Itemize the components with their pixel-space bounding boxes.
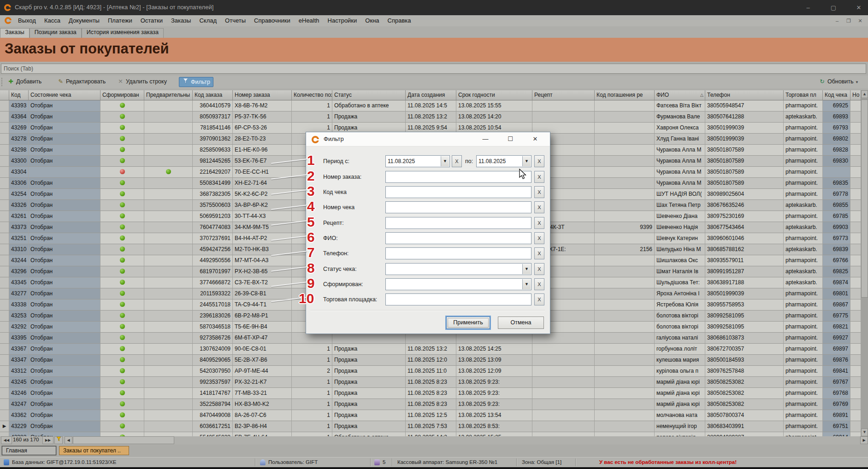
column-header-Код погашения ре[interactable]: Код погашения ре — [595, 90, 655, 100]
menu-item-Выход[interactable]: Выход — [14, 17, 40, 24]
chevron-down-icon[interactable]: ▼ — [522, 279, 531, 289]
clear-field-button-5[interactable]: X — [534, 217, 544, 229]
period-to-combo[interactable]: 11.08.2025▼ — [476, 155, 531, 167]
table-row[interactable]: 43312Отобран5420307950AP-9T-ME-442Продаж… — [0, 366, 861, 377]
period-from-combo[interactable]: 11.08.2025▼ — [385, 155, 450, 167]
clear-field-button-2[interactable]: X — [534, 171, 544, 183]
field-input-7[interactable] — [385, 247, 531, 259]
field-input-4[interactable] — [385, 201, 531, 213]
scroll-up-icon[interactable]: ▲ — [861, 90, 868, 98]
table-row[interactable]: 43245Отобран9923537597PX-32-21-K71Продаж… — [0, 377, 861, 388]
field-input-9[interactable]: ▼ — [385, 278, 531, 290]
chevron-down-icon[interactable]: ▼ — [522, 156, 531, 166]
column-header-Код[interactable]: Код — [9, 90, 29, 100]
menu-item-Касса[interactable]: Касса — [40, 17, 65, 24]
column-header-Номер заказа[interactable]: Номер заказа — [233, 90, 292, 100]
table-row[interactable]: 43362Отобран84704490088A-26-07-C61Продаж… — [0, 410, 861, 421]
clear-field-button-3[interactable]: X — [534, 186, 544, 198]
refresh-button[interactable]: ↻Обновить ▼ — [816, 77, 862, 86]
apply-button[interactable]: Применить — [446, 317, 490, 329]
column-header-Дата создания[interactable]: Дата создания — [406, 90, 456, 100]
clear-field-button-10[interactable]: X — [534, 293, 544, 305]
scroll-down-icon[interactable]: ▼ — [861, 428, 868, 436]
menu-item-Склад[interactable]: Склад — [195, 17, 221, 24]
window-minimize-icon[interactable]: – — [799, 3, 817, 13]
dialog-titlebar[interactable]: Фильтр — ☐ ✕ — [306, 132, 550, 147]
column-header-Торговая пл[interactable]: Торговая пл — [784, 90, 823, 100]
vertical-scrollbar[interactable]: ▲ ▼ — [861, 90, 868, 436]
clear-period-from-button[interactable]: X — [452, 155, 462, 167]
edit-button[interactable]: ✎Редактировать — [54, 77, 108, 86]
column-header-Телефон[interactable]: Телефон — [705, 90, 784, 100]
clear-period-to-button[interactable]: X — [534, 155, 544, 167]
column-header-ФИО[interactable]: ФИО△ — [655, 90, 705, 100]
clear-field-button-9[interactable]: X — [534, 278, 544, 290]
hscroll-right-icon[interactable]: ▶ — [860, 436, 868, 444]
dialog-minimize-icon[interactable]: — — [476, 133, 495, 145]
table-row[interactable]: 43395Отобран92735867266M-6T-XP-47галіусо… — [0, 333, 861, 344]
clear-field-button-4[interactable]: X — [534, 201, 544, 213]
clear-field-button-7[interactable]: X — [534, 247, 544, 259]
mdi-restore-icon[interactable]: ❐ — [843, 17, 855, 26]
menu-item-eHealth[interactable]: eHealth — [295, 17, 324, 24]
search-input[interactable]: Поиск (Tab) — [1, 64, 866, 74]
mdi-close-icon[interactable]: ✕ — [854, 17, 866, 26]
table-row[interactable]: 43246Отобран14181747677T-MB-33-211Продаж… — [0, 388, 861, 399]
field-input-5[interactable] — [385, 217, 531, 229]
clear-field-button-8[interactable]: X — [534, 263, 544, 275]
hscroll-left-icon[interactable]: ◀ — [65, 436, 72, 444]
column-header-Рецепт[interactable]: Рецепт — [532, 90, 595, 100]
table-row[interactable]: 43364Отобран8050937317P5-37-TK-561Продаж… — [0, 111, 861, 123]
window-tab-home[interactable]: Главная — [2, 446, 56, 455]
column-header-Код заказа[interactable]: Код заказа — [193, 90, 233, 100]
chevron-down-icon[interactable]: ▼ — [522, 264, 531, 274]
table-row[interactable]: ▶43229Отобран6036617251B2-3P-86-H41Прода… — [0, 421, 861, 432]
table-row[interactable]: 43393Отобран3604410579X8-6B-76-M21Обрабо… — [0, 100, 861, 111]
column-header-Состояние чека[interactable]: Состояние чека — [29, 90, 100, 100]
column-header-Количество пози[interactable]: Количество пози — [292, 90, 332, 100]
vertical-scroll-thumb[interactable] — [861, 100, 868, 298]
menu-item-Настройки[interactable]: Настройки — [324, 17, 361, 24]
chevron-down-icon[interactable]: ▼ — [441, 156, 449, 166]
column-header-Статус[interactable]: Статус — [332, 90, 406, 100]
field-input-6[interactable] — [385, 232, 531, 244]
pager-first-icon[interactable]: ◀◀ — [1, 436, 12, 444]
menu-item-Заказы[interactable]: Заказы — [167, 17, 195, 24]
filter-button[interactable]: Фильтр — [179, 77, 213, 87]
column-header-marker[interactable] — [0, 90, 9, 100]
hscroll-thumb[interactable] — [73, 436, 174, 444]
table-row[interactable]: 43382Отобран5540545033EB-7E-4H-641Обрабо… — [0, 432, 861, 436]
column-header-Срок годности[interactable]: Срок годности — [456, 90, 532, 100]
menu-item-Справочники[interactable]: Справочники — [250, 17, 295, 24]
field-input-3[interactable] — [385, 186, 531, 198]
menu-item-Окна[interactable]: Окна — [361, 17, 383, 24]
add-button[interactable]: ✚Добавить — [5, 77, 44, 86]
table-row[interactable]: 43247Отобран3522588794HX-B3-M0-K21Продаж… — [0, 399, 861, 410]
field-input-10[interactable] — [385, 293, 531, 305]
pager-funnel-icon[interactable] — [54, 436, 63, 444]
window-tab-orders[interactable]: Заказы от покупател .. — [59, 446, 129, 455]
column-header-Предварительны[interactable]: Предварительны — [144, 90, 193, 100]
table-row[interactable]: 43367Отобран130762400990-0E-C8-011Продаж… — [0, 344, 861, 355]
clear-field-button-6[interactable]: X — [534, 232, 544, 244]
tab-История изменения заказа[interactable]: История изменения заказа — [82, 28, 164, 38]
column-header-Код чека[interactable]: Код чека — [823, 90, 850, 100]
pager-last-icon[interactable]: ▶▶ — [42, 436, 53, 444]
delete-row-button[interactable]: ✕Удалить строку — [114, 77, 170, 86]
menu-item-Платежи[interactable]: Платежи — [104, 17, 136, 24]
menu-item-Документы[interactable]: Документы — [65, 17, 104, 24]
table-row[interactable]: 43347Отобран84095290655E-2B-X7-B61Продаж… — [0, 355, 861, 366]
tab-Позиции заказа[interactable]: Позиции заказа — [30, 28, 82, 38]
window-maximize-icon[interactable]: ▢ — [824, 3, 843, 13]
field-input-8[interactable]: ▼ — [385, 263, 531, 275]
cancel-button[interactable]: Отмена — [498, 317, 544, 329]
mdi-minimize-icon[interactable]: – — [831, 17, 843, 26]
menu-item-Остатки[interactable]: Остатки — [136, 17, 167, 24]
dialog-maximize-icon[interactable]: ☐ — [501, 133, 520, 145]
window-close-icon[interactable]: ✕ — [850, 3, 868, 13]
menu-item-Отчеты[interactable]: Отчеты — [221, 17, 250, 24]
column-header-Но[interactable]: Но — [850, 90, 861, 100]
tab-Заказы[interactable]: Заказы — [0, 28, 30, 39]
menu-item-Справка[interactable]: Справка — [384, 17, 415, 24]
field-input-2[interactable] — [385, 171, 531, 183]
